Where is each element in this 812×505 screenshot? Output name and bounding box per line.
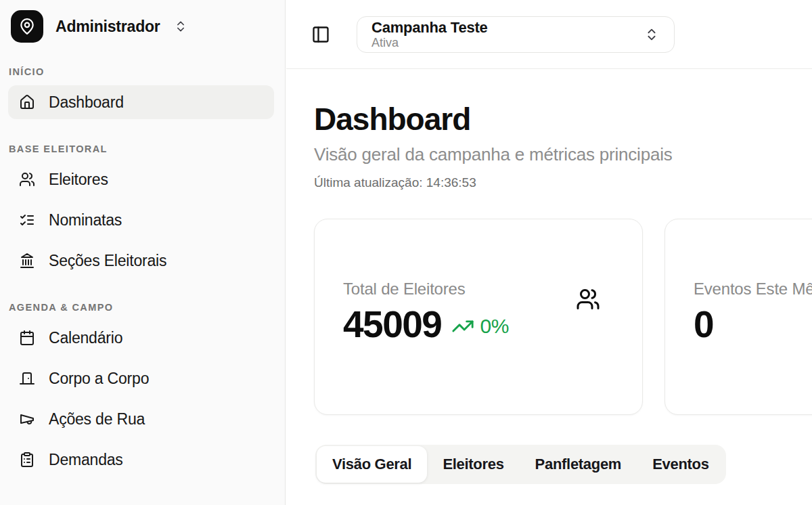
stat-label: Eventos Este Mês (694, 280, 812, 299)
dashboard-content: Dashboard Visão geral da campanha e métr… (286, 69, 812, 484)
page-title: Dashboard (314, 103, 812, 135)
section-label: INÍCIO (9, 66, 274, 77)
tab-panfletagem[interactable]: Panfletagem (520, 446, 637, 483)
campaign-selector-text: Campanha Teste Ativa (371, 19, 488, 50)
panel-left-icon (311, 25, 330, 44)
sidebar-item-label: Dashboard (49, 93, 124, 112)
sidebar-toggle-button[interactable] (311, 25, 330, 44)
users-icon (576, 287, 600, 311)
tab-eleitores[interactable]: Eleitores (427, 446, 519, 483)
sidebar-item-eleitores[interactable]: Eleitores (8, 162, 274, 196)
page-subtitle: Visão geral da campanha e métricas princ… (314, 144, 812, 165)
sidebar-item-label: Calendário (49, 329, 122, 347)
last-update-text: Última atualização: 14:36:53 (314, 175, 812, 190)
sidebar-item-acoes-de-rua[interactable]: Ações de Rua (8, 402, 274, 436)
workspace-switcher[interactable]: Administrador (11, 9, 274, 43)
main-area: Campanha Teste Ativa Dashboard Visão ger… (286, 0, 812, 505)
stat-value: 45009 (343, 303, 441, 346)
topbar: Campanha Teste Ativa (286, 0, 812, 69)
sidebar-item-label: Eleitores (49, 171, 108, 189)
app-logo (11, 10, 43, 43)
tab-visao-geral[interactable]: Visão Geral (317, 446, 427, 483)
sidebar-section-inicio: INÍCIO Dashboard (8, 66, 274, 119)
sidebar-item-secoes-eleitorais[interactable]: Seções Eleitorais (8, 244, 274, 278)
sidebar-section-base-eleitoral: BASE ELEITORAL Eleitores Nominatas (8, 144, 274, 278)
landmark-icon (19, 252, 35, 269)
tab-eventos[interactable]: Eventos (637, 446, 724, 483)
campaign-status: Ativa (371, 36, 488, 50)
door-icon (19, 370, 35, 387)
dashboard-tabs: Visão Geral Eleitores Panfletagem Evento… (315, 445, 726, 484)
users-icon (19, 171, 35, 188)
house-icon (19, 94, 35, 110)
stat-cards-row: Total de Eleitores 45009 0% (314, 219, 812, 415)
sidebar-item-label: Seções Eleitorais (49, 252, 166, 270)
chevrons-up-down-icon (174, 20, 187, 33)
sidebar-item-dashboard[interactable]: Dashboard (8, 85, 274, 119)
sidebar-item-label: Ações de Rua (49, 410, 145, 429)
sidebar-item-label: Nominatas (49, 211, 122, 229)
section-label: AGENDA & CAMPO (9, 302, 274, 313)
sidebar-item-calendario[interactable]: Calendário (8, 321, 274, 355)
stat-card-eventos-este-mes: Eventos Este Mês 0 (664, 219, 812, 415)
campaign-selector[interactable]: Campanha Teste Ativa (357, 16, 675, 53)
sidebar-item-label: Demandas (49, 451, 123, 469)
stat-trend: 0% (451, 315, 508, 338)
sidebar-item-corpo-a-corpo[interactable]: Corpo a Corpo (8, 361, 274, 395)
list-checks-icon (19, 212, 35, 228)
trending-up-icon (451, 315, 474, 338)
stat-value: 0 (694, 303, 713, 346)
sidebar-item-nominatas[interactable]: Nominatas (8, 203, 274, 237)
chevrons-up-down-icon (644, 27, 659, 42)
sidebar-item-demandas[interactable]: Demandas (8, 443, 274, 477)
section-label: BASE ELEITORAL (9, 144, 274, 154)
megaphone-icon (19, 411, 35, 427)
calendar-icon (19, 330, 35, 346)
stat-trend-value: 0% (480, 315, 508, 338)
sidebar: Administrador INÍCIO Dashboard BASE ELEI… (0, 0, 286, 505)
sidebar-section-agenda-campo: AGENDA & CAMPO Calendário Corpo a Corpo (8, 302, 274, 477)
sidebar-item-label: Corpo a Corpo (49, 370, 149, 388)
stat-card-total-eleitores: Total de Eleitores 45009 0% (314, 219, 643, 415)
map-pin-icon (18, 18, 36, 35)
clipboard-list-icon (19, 452, 35, 468)
campaign-name: Campanha Teste (371, 19, 488, 36)
workspace-name: Administrador (55, 18, 160, 36)
